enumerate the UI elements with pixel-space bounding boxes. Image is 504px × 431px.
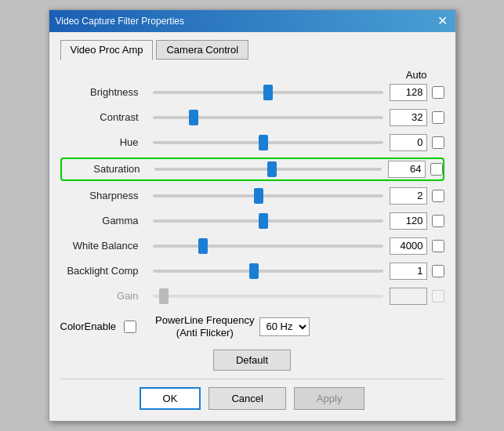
thumb-white-balance[interactable] <box>198 238 208 254</box>
slider-row-contrast: Contrast <box>60 107 444 128</box>
track-backlight-comp[interactable] <box>153 270 383 273</box>
apply-button[interactable]: Apply <box>294 387 365 410</box>
window-content: Video Proc AmpCamera Control Auto Bright… <box>49 32 455 421</box>
slider-row-gamma: Gamma <box>60 211 444 231</box>
main-window: Video Capture Filter Properties ✕ Video … <box>49 9 456 422</box>
powerline-section: PowerLine Frequency(Anti Flicker) 60 Hz … <box>155 314 309 339</box>
auto-backlight-comp[interactable] <box>432 265 444 277</box>
bottom-row: ColorEnable PowerLine Frequency(Anti Fli… <box>60 314 444 339</box>
default-button[interactable]: Default <box>213 350 291 371</box>
auto-saturation[interactable] <box>430 163 443 176</box>
auto-contrast[interactable] <box>432 111 444 124</box>
window-title: Video Capture Filter Properties <box>56 16 185 27</box>
track-gain[interactable] <box>153 295 383 298</box>
track-white-balance[interactable] <box>153 244 383 248</box>
value-gain <box>390 288 427 305</box>
slider-row-gain: Gain <box>60 286 444 306</box>
title-bar: Video Capture Filter Properties ✕ <box>49 10 455 32</box>
slider-row-sharpness: Sharpness <box>60 186 444 206</box>
auto-hue[interactable] <box>432 136 444 149</box>
value-gamma[interactable] <box>390 212 427 230</box>
thumb-sharpness[interactable] <box>254 188 263 204</box>
slider-row-backlight-comp: Backlight Comp <box>60 261 444 281</box>
slider-row-white-balance: White Balance <box>60 236 444 256</box>
close-button[interactable]: ✕ <box>436 15 449 27</box>
label-sharpness: Sharpness <box>60 190 147 201</box>
value-brightness[interactable] <box>390 84 427 101</box>
auto-white-balance[interactable] <box>432 240 444 252</box>
auto-gamma[interactable] <box>432 215 444 227</box>
value-contrast[interactable] <box>390 109 427 126</box>
tab-bar: Video Proc AmpCamera Control <box>60 40 444 60</box>
tab-camera-control[interactable]: Camera Control <box>156 40 248 60</box>
thumb-contrast[interactable] <box>189 110 198 125</box>
cancel-button[interactable]: Cancel <box>208 387 285 410</box>
thumb-hue[interactable] <box>259 135 268 150</box>
track-saturation[interactable] <box>154 168 382 171</box>
color-enable-label: ColorEnable <box>60 321 117 332</box>
label-brightness: Brightness <box>60 86 147 98</box>
auto-header-row: Auto <box>60 69 444 81</box>
track-hue[interactable] <box>153 141 383 144</box>
powerline-select[interactable]: 60 Hz 50 Hz <box>259 317 310 336</box>
value-saturation[interactable] <box>388 161 426 178</box>
thumb-gamma[interactable] <box>259 213 268 229</box>
powerline-label: PowerLine Frequency(Anti Flicker) <box>155 314 254 339</box>
tab-video-proc-amp[interactable]: Video Proc Amp <box>60 40 154 60</box>
slider-row-hue: Hue <box>60 132 444 153</box>
thumb-brightness[interactable] <box>263 85 273 100</box>
track-gamma[interactable] <box>153 219 383 223</box>
thumb-backlight-comp[interactable] <box>249 263 259 279</box>
auto-brightness[interactable] <box>432 86 444 99</box>
slider-row-brightness: Brightness <box>60 82 444 103</box>
track-brightness[interactable] <box>153 91 383 94</box>
slider-rows: BrightnessContrastHueSaturationSharpness… <box>60 82 444 306</box>
value-backlight-comp[interactable] <box>390 263 427 280</box>
color-enable-checkbox[interactable] <box>124 321 136 333</box>
value-white-balance[interactable] <box>390 237 427 255</box>
auto-sharpness[interactable] <box>432 190 444 202</box>
auto-gain[interactable] <box>432 290 444 302</box>
label-gain: Gain <box>60 290 147 302</box>
label-backlight-comp: Backlight Comp <box>60 265 147 277</box>
color-enable-section: ColorEnable <box>60 321 137 333</box>
value-hue[interactable] <box>390 134 427 151</box>
action-buttons: OK Cancel Apply <box>60 378 444 410</box>
value-sharpness[interactable] <box>390 187 427 205</box>
track-sharpness[interactable] <box>153 194 383 197</box>
label-saturation: Saturation <box>62 163 148 175</box>
label-white-balance: White Balance <box>60 240 147 252</box>
slider-row-saturation: Saturation <box>60 158 444 181</box>
ok-button[interactable]: OK <box>140 387 201 410</box>
label-gamma: Gamma <box>60 215 147 226</box>
thumb-gain <box>159 288 169 304</box>
thumb-saturation[interactable] <box>267 161 277 177</box>
track-contrast[interactable] <box>153 116 383 119</box>
auto-column-label: Auto <box>406 69 427 81</box>
label-hue: Hue <box>60 136 147 148</box>
label-contrast: Contrast <box>60 111 147 123</box>
